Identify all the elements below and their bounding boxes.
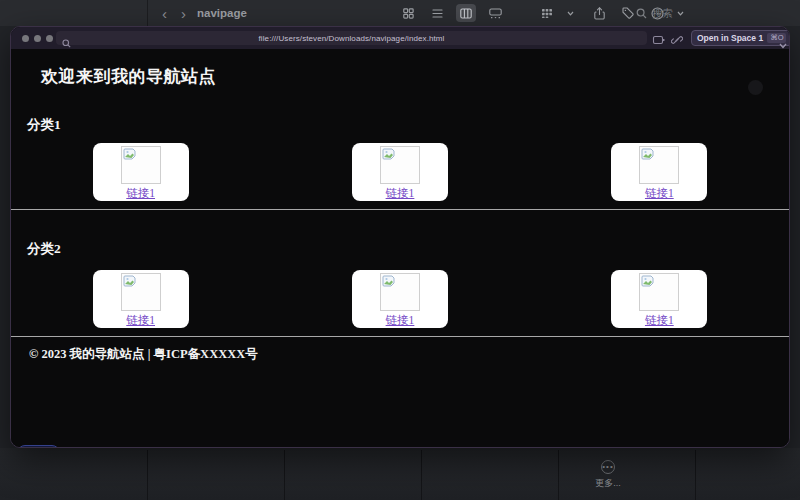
section-divider xyxy=(11,336,789,337)
open-in-space-label: Open in Space 1 xyxy=(697,33,763,43)
broken-image-placeholder xyxy=(639,146,679,184)
link-card: 链接1 xyxy=(93,143,189,201)
broken-image-placeholder xyxy=(380,273,420,311)
category-section-2: 分类2 链接1 链接1 链接1 xyxy=(11,240,789,337)
more-circle-icon: ••• xyxy=(601,460,615,474)
card-cell: 链接1 xyxy=(11,270,270,328)
finder-window-title: navipage xyxy=(197,7,247,19)
column-divider xyxy=(558,450,559,500)
section-divider xyxy=(11,209,789,210)
card-cell: 链接1 xyxy=(270,143,529,201)
search-icon xyxy=(62,34,71,52)
link-card: 链接1 xyxy=(352,270,448,328)
url-text: file:///Users/steven/Downloads/navipage/… xyxy=(259,34,445,43)
broken-image-icon xyxy=(641,148,654,161)
url-bar[interactable]: file:///Users/steven/Downloads/navipage/… xyxy=(56,31,647,45)
link-card: 链接1 xyxy=(352,143,448,201)
finder-column-area: ••• 更多... xyxy=(0,448,800,500)
zoom-button[interactable] xyxy=(46,35,53,42)
card-cell: 链接1 xyxy=(530,270,789,328)
broken-image-icon xyxy=(641,275,654,288)
nav-link[interactable]: 链接1 xyxy=(386,313,415,328)
open-options-chevron-icon[interactable] xyxy=(779,35,787,53)
finder-search-field[interactable]: 搜索 xyxy=(636,5,673,23)
broken-image-icon xyxy=(123,148,136,161)
broken-image-placeholder xyxy=(121,273,161,311)
category-section-1: 分类1 链接1 链接1 链接1 xyxy=(11,116,789,210)
back-icon[interactable]: ‹ xyxy=(155,6,174,21)
group-by-icon[interactable] xyxy=(537,4,557,22)
nav-link[interactable]: 链接1 xyxy=(126,313,155,328)
browser-titlebar: file:///Users/steven/Downloads/navipage/… xyxy=(11,27,789,49)
card-cell: 链接1 xyxy=(530,143,789,201)
nav-page: 欢迎来到我的导航站点 分类1 链接1 链接1 链接1 分 xyxy=(11,65,789,448)
broken-image-icon xyxy=(382,148,395,161)
search-icon xyxy=(636,5,647,23)
broken-image-placeholder xyxy=(380,146,420,184)
broken-image-placeholder xyxy=(121,146,161,184)
site-badge[interactable]: stv.lol xyxy=(17,445,60,448)
group-by-chevron-icon[interactable] xyxy=(560,4,580,22)
close-button[interactable] xyxy=(22,35,29,42)
theme-toggle-button[interactable] xyxy=(748,80,763,95)
card-row: 链接1 链接1 链接1 xyxy=(11,143,789,201)
more-actions-chevron-icon[interactable] xyxy=(670,4,690,22)
page-footer: © 2023 我的导航站点 | 粤ICP备XXXXX号 xyxy=(29,346,789,363)
card-cell: 链接1 xyxy=(11,143,270,201)
nav-link[interactable]: 链接1 xyxy=(645,186,674,201)
section-heading: 分类2 xyxy=(27,240,789,258)
nav-link[interactable]: 链接1 xyxy=(126,186,155,201)
list-view-icon[interactable] xyxy=(427,4,447,22)
column-divider xyxy=(421,450,422,500)
column-divider xyxy=(147,450,148,500)
link-card: 链接1 xyxy=(611,270,707,328)
card-cell: 链接1 xyxy=(270,270,529,328)
gallery-view-icon[interactable] xyxy=(485,4,505,22)
column-divider xyxy=(284,450,285,500)
tag-icon[interactable] xyxy=(618,4,638,22)
page-title: 欢迎来到我的导航站点 xyxy=(41,65,789,88)
nav-link[interactable]: 链接1 xyxy=(386,186,415,201)
traffic-lights xyxy=(22,27,53,49)
broken-image-icon xyxy=(123,275,136,288)
browser-window: file:///Users/steven/Downloads/navipage/… xyxy=(10,26,790,448)
card-row: 链接1 链接1 链接1 xyxy=(11,270,789,328)
link-card: 链接1 xyxy=(93,270,189,328)
section-heading: 分类1 xyxy=(27,116,789,134)
finder-sidebar-divider xyxy=(147,0,148,26)
more-label: 更多... xyxy=(578,477,638,490)
link-card: 链接1 xyxy=(611,143,707,201)
finder-search-placeholder: 搜索 xyxy=(652,7,673,21)
copy-link-icon[interactable] xyxy=(671,32,684,44)
broken-image-placeholder xyxy=(639,273,679,311)
column-divider xyxy=(695,450,696,500)
forward-icon[interactable]: › xyxy=(174,6,193,21)
nav-link[interactable]: 链接1 xyxy=(645,313,674,328)
broken-image-icon xyxy=(382,275,395,288)
column-view-icon[interactable] xyxy=(456,4,476,22)
finder-more-button[interactable]: ••• 更多... xyxy=(578,460,638,490)
icon-view-grid-icon[interactable] xyxy=(398,4,418,22)
share-icon[interactable] xyxy=(589,4,609,22)
minimize-button[interactable] xyxy=(34,35,41,42)
open-in-space-button[interactable]: Open in Space 1 ⌘O xyxy=(691,30,790,46)
boost-icon[interactable] xyxy=(652,32,665,44)
finder-toolbar: ‹ › navipage xyxy=(0,0,800,26)
